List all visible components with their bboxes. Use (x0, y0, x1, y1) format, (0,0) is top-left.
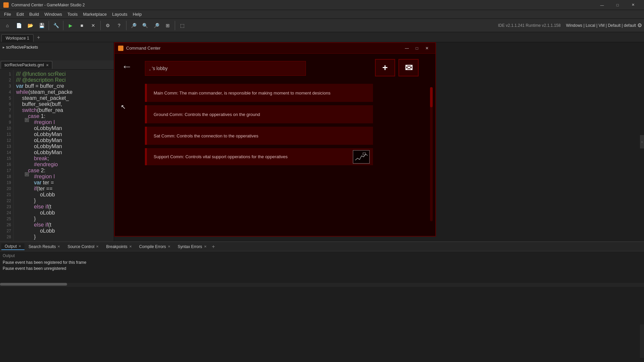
toolbar-open[interactable]: 📂 (25, 20, 36, 31)
menu-bar: File Edit Build Windows Tools Marketplac… (0, 10, 644, 19)
output-tab-close-2[interactable]: ✕ (96, 245, 99, 248)
cc-back-button[interactable]: ← (121, 60, 132, 73)
cc-scrollbar[interactable] (430, 87, 433, 221)
fold-indicator-18[interactable]: − (25, 172, 29, 176)
left-panel: ▸ scrRecivePackets scrRecivePackets.gml … (0, 42, 114, 241)
output-tab-compile-errors[interactable]: Compile Errors ✕ (136, 244, 174, 250)
toolbar-home[interactable]: ⌂ (2, 20, 13, 31)
cc-icon (118, 46, 123, 51)
menu-build[interactable]: Build (26, 11, 42, 17)
app-title: Command Center - GameMaker Studio 2 (11, 3, 85, 7)
code-line-25: } (16, 216, 111, 222)
code-line-24: oLobb (16, 210, 111, 216)
tree-item-label: scrRecivePackets (6, 45, 38, 50)
maximize-button[interactable]: □ (610, 0, 625, 10)
role-card-bar (145, 105, 147, 123)
menu-tools[interactable]: Tools (65, 11, 80, 17)
toolbar-sep-5 (175, 21, 175, 30)
toolbar-debug[interactable]: ✕ (88, 20, 99, 31)
code-line-15: break; (16, 156, 111, 162)
toolbar-sep-4 (126, 21, 126, 30)
code-line-26: else if(t (16, 222, 111, 228)
toolbar-zoom-out[interactable]: 🔎 (128, 20, 139, 31)
vertical-scrollbar[interactable] (640, 324, 644, 358)
editor-tab-scrRecivePackets[interactable]: scrRecivePackets.gml ✕ (1, 61, 52, 69)
menu-marketplace[interactable]: Marketplace (80, 11, 109, 17)
role-card-sat-comm[interactable]: Sat Comm: Controls the connection to the… (145, 127, 373, 145)
code-line-2: /// @description Reci (16, 77, 111, 83)
output-header: Output (3, 253, 641, 259)
cc-maximize-button[interactable]: □ (412, 43, 422, 53)
code-content[interactable]: /// @function scrReci /// @description R… (13, 70, 114, 241)
toolbar-run[interactable]: ▶ (65, 20, 76, 31)
code-line-3: var buff = buffer_cre (16, 83, 111, 89)
code-line-9: #region I (16, 119, 111, 125)
toolbar-window[interactable]: ⬚ (177, 20, 187, 31)
output-tab-breakpoints[interactable]: Breakpoints ✕ (103, 244, 135, 250)
code-line-17: case 2: (16, 168, 111, 174)
output-tab-output[interactable]: Output ✕ (1, 243, 24, 250)
cc-minimize-button[interactable]: — (402, 43, 412, 53)
fold-indicator-9[interactable]: − (25, 118, 29, 122)
workspace-tab-1[interactable]: Workspace 1 (1, 34, 34, 42)
target-info: Windows | Local | VM | Default | default… (566, 22, 642, 28)
output-content: Output Pause event has been registered f… (0, 251, 644, 283)
tree-group-scrRecivePackets[interactable]: ▸ scrRecivePackets (0, 44, 114, 50)
toolbar-settings[interactable]: ⚙ (102, 20, 113, 31)
code-line-14: oLobbyMan (16, 149, 111, 156)
asset-tree: ▸ scrRecivePackets (0, 42, 114, 60)
cc-titlebar: Command Center — □ ✕ (115, 43, 435, 54)
title-bar: Command Center - GameMaker Studio 2 — □ … (0, 0, 644, 10)
menu-layouts[interactable]: Layouts (109, 11, 130, 17)
cc-message-button[interactable]: ✉ (398, 59, 419, 76)
editor-tabs: scrRecivePackets.gml ✕ (0, 60, 114, 70)
code-line-1: /// @function scrReci (16, 71, 111, 77)
output-tab-search[interactable]: Search Results ✕ (25, 244, 63, 250)
editor-tab-close[interactable]: ✕ (46, 63, 49, 67)
toolbar-new[interactable]: 📄 (13, 20, 24, 31)
menu-help[interactable]: Help (130, 11, 145, 17)
menu-edit[interactable]: Edit (14, 11, 26, 17)
role-card-main-comm[interactable]: Main Comm: The main commander, is respon… (145, 84, 373, 102)
output-tab-close-1[interactable]: ✕ (57, 245, 60, 248)
code-line-16: #endregio (16, 162, 111, 168)
output-tab-close-0[interactable]: ✕ (18, 244, 21, 248)
toolbar-save[interactable]: 💾 (36, 20, 47, 31)
role-card-bar (145, 127, 147, 145)
close-button[interactable]: ✕ (625, 0, 641, 10)
output-tab-close-4[interactable]: ✕ (168, 245, 170, 248)
workspace-tab-add[interactable]: + (35, 34, 42, 41)
code-line-23: else if(t (16, 204, 111, 210)
toolbar-help[interactable]: ? (114, 20, 124, 31)
toolbar-zoom-reset[interactable]: 🔍 (140, 20, 150, 31)
role-ground-comm-label: Ground Comm: Controls the opperatives on… (150, 112, 260, 117)
lobby-input-container (145, 61, 306, 76)
toolbar-zoom-in[interactable]: 🔎 (151, 20, 162, 31)
lobby-input-field[interactable] (149, 66, 302, 71)
cc-add-button[interactable]: + (375, 59, 395, 76)
minimize-button[interactable]: — (594, 0, 610, 10)
role-card-ground-comm[interactable]: Ground Comm: Controls the opperatives on… (145, 105, 373, 123)
menu-windows[interactable]: Windows (42, 11, 65, 17)
output-tab-close-3[interactable]: ✕ (129, 245, 132, 248)
target-settings-btn[interactable]: ⚙ (637, 22, 642, 28)
role-card-bar (145, 148, 147, 165)
toolbar-grid[interactable]: ⊞ (162, 20, 173, 31)
toolbar-sep-3 (100, 21, 101, 30)
role-card-support-comm[interactable]: Support Comm: Controls vital support opp… (145, 148, 373, 165)
code-line-6: buffer_seek(buff, (16, 101, 111, 107)
code-line-18: #region I (16, 174, 111, 180)
map-svg (354, 151, 369, 163)
bottom-scrollbar[interactable] (0, 283, 644, 287)
output-tab-close-5[interactable]: ✕ (204, 245, 207, 248)
output-tab-syntax-errors[interactable]: Syntax Errors ✕ (174, 244, 210, 250)
bottom-scroll-area (0, 283, 644, 287)
panel-expand-handle[interactable]: › (640, 135, 644, 148)
toolbar-stop[interactable]: ■ (76, 20, 87, 31)
output-tab-source-control[interactable]: Source Control ✕ (64, 244, 102, 250)
cc-close-button[interactable]: ✕ (422, 43, 432, 53)
code-region: scrRecivePackets.gml ✕ 1 2 3 4 5 6 7 8 9… (0, 60, 114, 241)
toolbar-asset-compiler[interactable]: 🔧 (51, 20, 61, 31)
menu-file[interactable]: File (1, 11, 14, 17)
output-tab-add[interactable]: + (211, 244, 216, 250)
